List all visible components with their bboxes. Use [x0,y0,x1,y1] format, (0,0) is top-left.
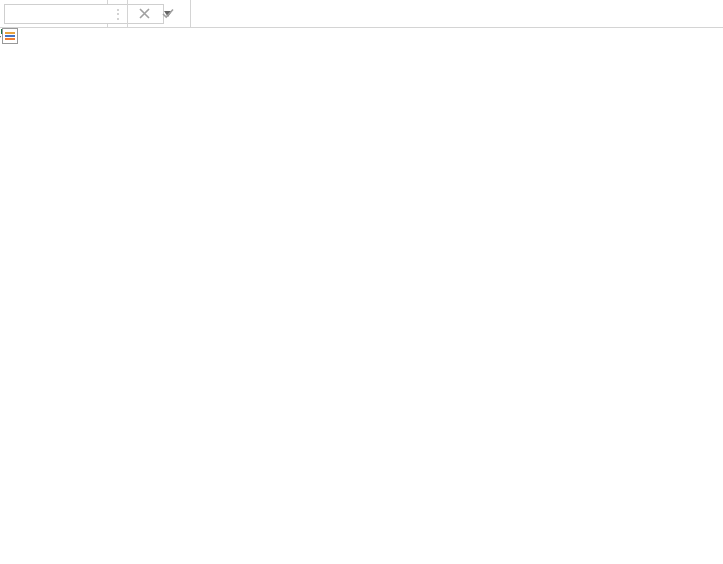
formula-input[interactable] [191,0,723,27]
quick-analysis-button[interactable]: + [0,28,20,44]
fx-buttons [128,0,191,27]
cancel-formula-button[interactable] [134,4,154,24]
quick-analysis-icon [2,28,18,44]
spreadsheet-grid: + [0,28,723,564]
name-box-wrap [0,0,108,27]
formula-bar: ⋮ [0,0,723,28]
plus-icon: + [0,30,1,44]
check-icon [162,8,174,19]
enter-formula-button[interactable] [158,4,178,24]
formula-splitter: ⋮ [108,0,128,27]
x-icon [139,8,150,19]
